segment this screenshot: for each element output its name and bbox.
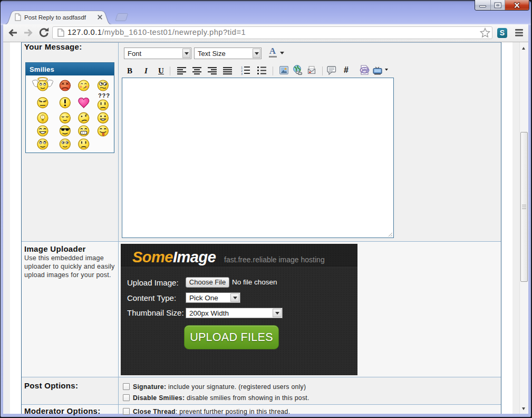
svg-text:3: 3: [241, 72, 243, 75]
svg-text:???: ???: [98, 92, 110, 99]
svg-text:php: php: [361, 68, 368, 72]
